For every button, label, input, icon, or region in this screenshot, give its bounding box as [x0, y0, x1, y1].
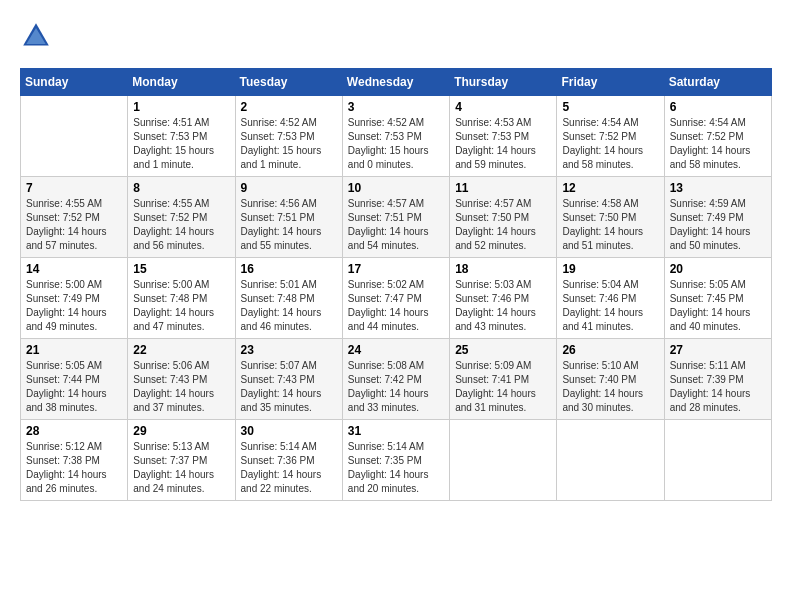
day-info: Sunrise: 5:14 AMSunset: 7:35 PMDaylight:… [348, 440, 444, 496]
calendar-cell [664, 420, 771, 501]
daylight-text: Daylight: 14 hours and 52 minutes. [455, 225, 551, 253]
sunrise-text: Sunrise: 4:53 AM [455, 116, 551, 130]
daylight-text: Daylight: 14 hours and 56 minutes. [133, 225, 229, 253]
day-number: 14 [26, 262, 122, 276]
sunrise-text: Sunrise: 5:05 AM [670, 278, 766, 292]
day-number: 4 [455, 100, 551, 114]
day-number: 9 [241, 181, 337, 195]
weekday-header: Wednesday [342, 69, 449, 96]
sunset-text: Sunset: 7:49 PM [670, 211, 766, 225]
calendar-cell: 6Sunrise: 4:54 AMSunset: 7:52 PMDaylight… [664, 96, 771, 177]
calendar-cell: 16Sunrise: 5:01 AMSunset: 7:48 PMDayligh… [235, 258, 342, 339]
sunset-text: Sunset: 7:51 PM [241, 211, 337, 225]
daylight-text: Daylight: 14 hours and 30 minutes. [562, 387, 658, 415]
calendar-cell: 25Sunrise: 5:09 AMSunset: 7:41 PMDayligh… [450, 339, 557, 420]
day-number: 11 [455, 181, 551, 195]
daylight-text: Daylight: 14 hours and 58 minutes. [670, 144, 766, 172]
daylight-text: Daylight: 14 hours and 46 minutes. [241, 306, 337, 334]
daylight-text: Daylight: 14 hours and 38 minutes. [26, 387, 122, 415]
day-info: Sunrise: 5:13 AMSunset: 7:37 PMDaylight:… [133, 440, 229, 496]
daylight-text: Daylight: 14 hours and 40 minutes. [670, 306, 766, 334]
day-number: 12 [562, 181, 658, 195]
day-number: 27 [670, 343, 766, 357]
calendar-header-row: SundayMondayTuesdayWednesdayThursdayFrid… [21, 69, 772, 96]
day-number: 26 [562, 343, 658, 357]
sunrise-text: Sunrise: 5:07 AM [241, 359, 337, 373]
daylight-text: Daylight: 14 hours and 37 minutes. [133, 387, 229, 415]
day-info: Sunrise: 4:56 AMSunset: 7:51 PMDaylight:… [241, 197, 337, 253]
sunrise-text: Sunrise: 5:05 AM [26, 359, 122, 373]
sunrise-text: Sunrise: 4:54 AM [670, 116, 766, 130]
calendar-cell: 13Sunrise: 4:59 AMSunset: 7:49 PMDayligh… [664, 177, 771, 258]
day-number: 13 [670, 181, 766, 195]
day-number: 5 [562, 100, 658, 114]
day-number: 25 [455, 343, 551, 357]
sunrise-text: Sunrise: 4:54 AM [562, 116, 658, 130]
daylight-text: Daylight: 14 hours and 41 minutes. [562, 306, 658, 334]
sunrise-text: Sunrise: 5:11 AM [670, 359, 766, 373]
sunset-text: Sunset: 7:41 PM [455, 373, 551, 387]
sunrise-text: Sunrise: 4:51 AM [133, 116, 229, 130]
calendar-cell: 31Sunrise: 5:14 AMSunset: 7:35 PMDayligh… [342, 420, 449, 501]
daylight-text: Daylight: 14 hours and 50 minutes. [670, 225, 766, 253]
sunset-text: Sunset: 7:46 PM [562, 292, 658, 306]
calendar-cell: 7Sunrise: 4:55 AMSunset: 7:52 PMDaylight… [21, 177, 128, 258]
day-info: Sunrise: 4:59 AMSunset: 7:49 PMDaylight:… [670, 197, 766, 253]
sunset-text: Sunset: 7:40 PM [562, 373, 658, 387]
sunset-text: Sunset: 7:49 PM [26, 292, 122, 306]
calendar-cell: 8Sunrise: 4:55 AMSunset: 7:52 PMDaylight… [128, 177, 235, 258]
sunrise-text: Sunrise: 4:57 AM [348, 197, 444, 211]
sunset-text: Sunset: 7:35 PM [348, 454, 444, 468]
day-number: 6 [670, 100, 766, 114]
day-info: Sunrise: 5:08 AMSunset: 7:42 PMDaylight:… [348, 359, 444, 415]
sunset-text: Sunset: 7:44 PM [26, 373, 122, 387]
day-number: 29 [133, 424, 229, 438]
sunset-text: Sunset: 7:43 PM [133, 373, 229, 387]
day-number: 2 [241, 100, 337, 114]
calendar-cell: 27Sunrise: 5:11 AMSunset: 7:39 PMDayligh… [664, 339, 771, 420]
daylight-text: Daylight: 14 hours and 57 minutes. [26, 225, 122, 253]
day-info: Sunrise: 5:07 AMSunset: 7:43 PMDaylight:… [241, 359, 337, 415]
day-info: Sunrise: 5:00 AMSunset: 7:48 PMDaylight:… [133, 278, 229, 334]
weekday-header: Saturday [664, 69, 771, 96]
day-info: Sunrise: 5:00 AMSunset: 7:49 PMDaylight:… [26, 278, 122, 334]
sunset-text: Sunset: 7:52 PM [670, 130, 766, 144]
day-number: 3 [348, 100, 444, 114]
daylight-text: Daylight: 14 hours and 44 minutes. [348, 306, 444, 334]
sunrise-text: Sunrise: 5:03 AM [455, 278, 551, 292]
calendar-cell: 23Sunrise: 5:07 AMSunset: 7:43 PMDayligh… [235, 339, 342, 420]
sunrise-text: Sunrise: 5:02 AM [348, 278, 444, 292]
daylight-text: Daylight: 14 hours and 43 minutes. [455, 306, 551, 334]
daylight-text: Daylight: 14 hours and 24 minutes. [133, 468, 229, 496]
daylight-text: Daylight: 14 hours and 55 minutes. [241, 225, 337, 253]
sunset-text: Sunset: 7:43 PM [241, 373, 337, 387]
sunset-text: Sunset: 7:50 PM [455, 211, 551, 225]
calendar-cell: 21Sunrise: 5:05 AMSunset: 7:44 PMDayligh… [21, 339, 128, 420]
calendar-week-row: 1Sunrise: 4:51 AMSunset: 7:53 PMDaylight… [21, 96, 772, 177]
calendar-cell: 3Sunrise: 4:52 AMSunset: 7:53 PMDaylight… [342, 96, 449, 177]
sunrise-text: Sunrise: 5:14 AM [241, 440, 337, 454]
calendar-week-row: 7Sunrise: 4:55 AMSunset: 7:52 PMDaylight… [21, 177, 772, 258]
sunset-text: Sunset: 7:52 PM [133, 211, 229, 225]
calendar-cell [450, 420, 557, 501]
calendar-cell [21, 96, 128, 177]
day-number: 17 [348, 262, 444, 276]
day-number: 7 [26, 181, 122, 195]
sunset-text: Sunset: 7:46 PM [455, 292, 551, 306]
sunset-text: Sunset: 7:37 PM [133, 454, 229, 468]
day-number: 24 [348, 343, 444, 357]
sunset-text: Sunset: 7:53 PM [455, 130, 551, 144]
sunset-text: Sunset: 7:42 PM [348, 373, 444, 387]
sunrise-text: Sunrise: 4:57 AM [455, 197, 551, 211]
sunrise-text: Sunrise: 4:55 AM [26, 197, 122, 211]
day-info: Sunrise: 4:57 AMSunset: 7:51 PMDaylight:… [348, 197, 444, 253]
daylight-text: Daylight: 14 hours and 20 minutes. [348, 468, 444, 496]
daylight-text: Daylight: 14 hours and 58 minutes. [562, 144, 658, 172]
day-number: 21 [26, 343, 122, 357]
calendar-cell: 22Sunrise: 5:06 AMSunset: 7:43 PMDayligh… [128, 339, 235, 420]
daylight-text: Daylight: 14 hours and 54 minutes. [348, 225, 444, 253]
calendar-cell: 5Sunrise: 4:54 AMSunset: 7:52 PMDaylight… [557, 96, 664, 177]
calendar-cell: 4Sunrise: 4:53 AMSunset: 7:53 PMDaylight… [450, 96, 557, 177]
calendar-week-row: 14Sunrise: 5:00 AMSunset: 7:49 PMDayligh… [21, 258, 772, 339]
sunrise-text: Sunrise: 4:56 AM [241, 197, 337, 211]
